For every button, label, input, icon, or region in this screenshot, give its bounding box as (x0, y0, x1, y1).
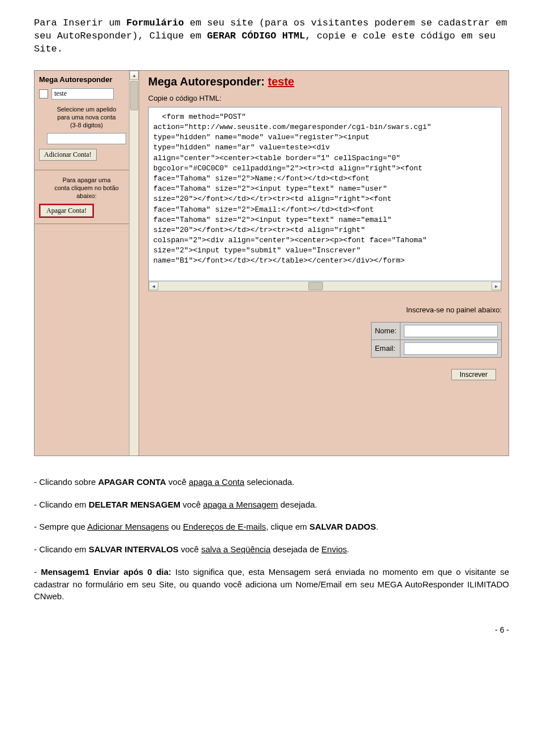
account-name-red: teste (268, 75, 295, 88)
instr-salvar-dados: - Sempre que Adicionar Mensagens ou Ende… (34, 521, 509, 533)
instr-mensagem-zero: - Mensagem1 Enviar após 0 dia: Isto sign… (34, 566, 509, 603)
sidebar-scrollbar[interactable]: ▴ (129, 71, 139, 456)
sidebar-title: Mega Autoresponder (39, 75, 134, 84)
delete-button-highlight: Apagar Conta! (39, 204, 94, 218)
instr-apagar-conta: - Clicando sobre APAGAR CONTA você apaga… (34, 476, 509, 488)
add-account-button[interactable]: Adicionar Conta! (39, 149, 97, 161)
copy-label: Copie o código HTML: (148, 94, 502, 102)
delete-account-button[interactable]: Apagar Conta! (40, 205, 93, 217)
instr-deletar-mensagem: - Clicando em DELETAR MENSAGEM você apag… (34, 499, 509, 511)
scroll-up-icon[interactable]: ▴ (130, 71, 139, 80)
subscribe-form-table: Nome: Email: (371, 322, 502, 358)
separator (35, 224, 139, 224)
instructions: - Clicando sobre APAGAR CONTA você apaga… (34, 476, 509, 603)
html-code-textarea[interactable]: <form method="POST" action="http://www.s… (148, 107, 502, 281)
scroll-thumb[interactable] (130, 81, 138, 110)
account-checkbox[interactable] (39, 89, 48, 98)
main-panel: Mega Autoresponder: teste Copie o código… (139, 71, 508, 456)
email-input[interactable] (404, 342, 498, 355)
scroll-left-icon[interactable]: ◂ (149, 282, 158, 290)
email-label: Email: (371, 340, 400, 357)
subscribe-prompt: Inscreva-se no painel abaixo: (343, 306, 502, 314)
subscribe-preview: Inscreva-se no painel abaixo: Nome: Emai… (343, 306, 502, 380)
intro-paragraph: Para Inserir um Formulário em seu site (… (34, 17, 509, 56)
new-account-input[interactable] (47, 133, 126, 144)
instr-salvar-intervalos: - Clicando em SALVAR INTERVALOS você sal… (34, 543, 509, 556)
separator (35, 170, 139, 170)
sidebar: ▴ Mega Autoresponder Selecione um apelid… (35, 71, 139, 456)
sidebar-help-new: Selecione um apelido para uma nova conta… (39, 105, 134, 130)
account-name-field[interactable] (51, 88, 114, 100)
horizontal-scrollbar[interactable]: ◂ ▸ (148, 281, 502, 291)
nome-label: Nome: (371, 322, 400, 340)
subscribe-button[interactable]: Inscrever (451, 369, 496, 380)
sidebar-help-delete: Para apagar uma conta cliquem no botão a… (39, 176, 134, 200)
screenshot: ▴ Mega Autoresponder Selecione um apelid… (34, 70, 509, 456)
nome-input[interactable] (404, 325, 498, 337)
page-number: - 6 - (34, 625, 509, 634)
scroll-right-icon[interactable]: ▸ (492, 282, 501, 290)
hscroll-thumb[interactable] (308, 282, 323, 290)
main-heading: Mega Autoresponder: teste (148, 75, 502, 88)
